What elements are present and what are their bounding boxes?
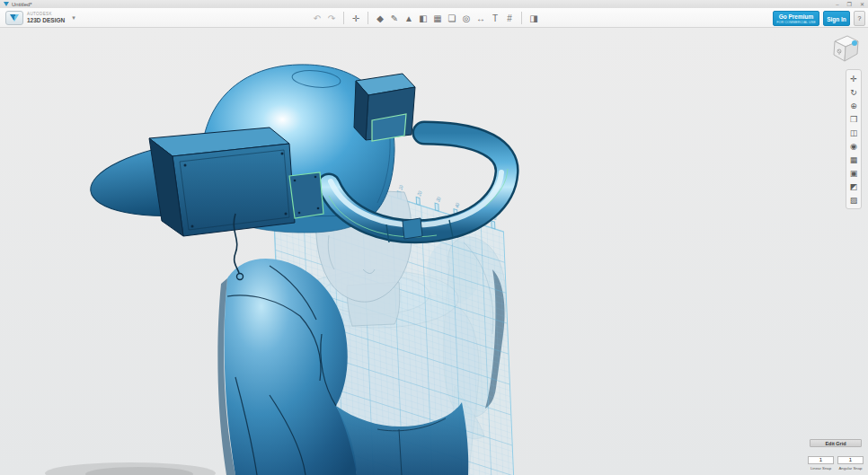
transform-icon[interactable]: ✛ [349,11,363,25]
sketch-icon[interactable]: ✎ [387,11,402,25]
screenshot-icon[interactable]: ▣ [846,166,861,180]
app-icon [4,2,9,6]
orbit-icon[interactable]: ↻ [846,85,861,99]
zoom-fit-icon[interactable]: ❒ [846,112,861,126]
snap-icon[interactable]: # [502,11,517,25]
grid-display-icon[interactable]: ▦ [846,153,861,166]
svg-text:30: 30 [435,196,441,204]
shading-icon[interactable]: ◫ [846,126,861,139]
help-button[interactable]: ? [854,11,865,26]
angular-snap-label: Angular Snap [837,466,864,471]
viewport-3d[interactable]: 10 20 30 40 50 60 [0,28,868,475]
close-button[interactable]: ✕ [860,1,864,7]
go-premium-button[interactable]: Go Premium FOR COMMERCIAL USE [773,11,819,26]
redo-icon[interactable]: ↷ [324,11,339,25]
chevron-down-icon[interactable]: ▾ [72,14,75,22]
autodesk-logo [5,11,23,25]
linear-snap-input[interactable] [808,456,834,464]
grouping-icon[interactable]: ❏ [445,11,459,25]
outline-view-icon[interactable]: ▨ [846,193,861,207]
sign-in-button[interactable]: Sign In [823,11,850,26]
tube-clamp [403,218,422,239]
minimize-button[interactable]: – [836,2,838,7]
app-window: Untitled* – ❐ ✕ AUTODESK 123D DESIGN ▾ ↶… [0,0,868,475]
app-header: AUTODESK 123D DESIGN ▾ ↶ ↷ ✛ ◆ ✎ ▲ ◧ ▦ ❏… [0,8,868,28]
main-toolbar: ↶ ↷ ✛ ◆ ✎ ▲ ◧ ▦ ❏ ◎ ↔ T # ◨ [310,10,541,26]
brand-product: 123D DESIGN [27,18,65,24]
primitives-icon[interactable]: ◆ [373,11,387,25]
tube-flange [289,172,323,218]
modify-icon[interactable]: ◧ [416,11,430,25]
measure-icon[interactable]: ↔ [474,11,488,25]
logo-triangle-icon [10,14,19,22]
svg-text:40: 40 [454,201,460,209]
toolbar-divider [368,12,368,24]
home-view-icon[interactable] [852,40,857,46]
right-device-box[interactable] [354,74,415,141]
app-menu[interactable]: AUTODESK 123D DESIGN ▾ [5,10,75,26]
angular-snap-input[interactable] [837,456,864,464]
window-title: Untitled* [12,2,32,7]
grid-settings-panel: Edit Grid Linear Snap Angular Snap [806,439,865,471]
restore-button[interactable]: ❐ [847,1,852,7]
construct-icon[interactable]: ▲ [402,11,416,25]
pan-icon[interactable]: ✛ [846,72,861,85]
text-icon[interactable]: T [488,11,502,25]
svg-text:20: 20 [416,189,422,198]
toolbar-divider [343,12,344,24]
view-cube[interactable] [828,31,863,68]
model-scene: 10 20 30 40 50 60 [0,28,868,475]
zoom-icon[interactable]: ⊕ [846,99,861,112]
undo-icon[interactable]: ↶ [310,11,324,25]
svg-text:10: 10 [397,183,403,191]
material-view-icon[interactable]: ◩ [846,180,861,193]
brand-company: AUTODESK [27,13,65,17]
toolbar-divider [521,12,522,24]
linear-snap-label: Linear Snap [808,466,834,471]
title-bar: Untitled* – ❐ ✕ [0,0,868,8]
pattern-icon[interactable]: ▦ [430,11,445,25]
visibility-icon[interactable]: ◉ [846,139,861,153]
combine-icon[interactable]: ◎ [459,11,474,25]
edit-grid-button[interactable]: Edit Grid [810,439,862,447]
navigation-toolbar: ✛ ↻ ⊕ ❒ ◫ ◉ ▦ ▣ ◩ ▨ [846,69,862,209]
material-icon[interactable]: ◨ [527,11,541,25]
